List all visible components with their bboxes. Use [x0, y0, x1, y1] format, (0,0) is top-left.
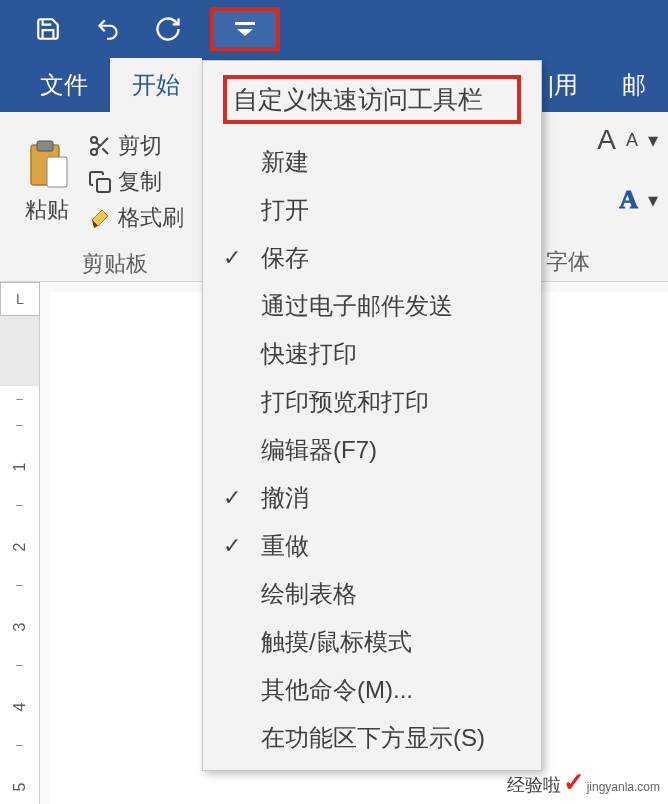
paste-button[interactable]: 粘贴	[8, 118, 86, 245]
menu-item-label: 其他命令(M)...	[261, 674, 525, 706]
copy-button[interactable]: 复制	[88, 167, 184, 197]
redo-button[interactable]	[150, 11, 186, 47]
scissors-icon	[88, 134, 112, 158]
menu-item-label: 打印预览和打印	[261, 386, 525, 418]
menu-item[interactable]: 触摸/鼠标模式	[203, 618, 541, 666]
svg-line-9	[96, 142, 100, 146]
clipboard-group-label: 剪贴板	[8, 245, 221, 279]
menu-item[interactable]: 其他命令(M)...	[203, 666, 541, 714]
menu-item[interactable]: ✓重做	[203, 522, 541, 570]
check-icon: ✓	[563, 767, 585, 798]
format-painter-label: 格式刷	[118, 203, 184, 233]
menu-item[interactable]: 在功能区下方显示(S)	[203, 714, 541, 762]
caret-down-icon[interactable]: ▾	[648, 128, 658, 152]
menu-item[interactable]: 打开	[203, 186, 541, 234]
qat-customize-menu: 自定义快速访问工具栏 新建打开✓保存通过电子邮件发送快速打印打印预览和打印编辑器…	[202, 60, 542, 771]
menu-item-label: 重做	[261, 530, 525, 562]
menu-item[interactable]: ✓保存	[203, 234, 541, 282]
clipboard-icon	[25, 139, 69, 191]
menu-item[interactable]: 通过电子邮件发送	[203, 282, 541, 330]
decrease-font-icon[interactable]: A	[626, 130, 638, 151]
paste-label: 粘贴	[25, 195, 69, 225]
format-painter-button[interactable]: 格式刷	[88, 203, 184, 233]
undo-button[interactable]	[90, 11, 126, 47]
menu-item-label: 在功能区下方显示(S)	[261, 722, 525, 754]
menu-item-label: 通过电子邮件发送	[261, 290, 525, 322]
menu-item[interactable]: 绘制表格	[203, 570, 541, 618]
svg-rect-0	[235, 22, 255, 25]
vertical-ruler[interactable]: – – 1 – 2 – 3 – 4 – 5 –	[0, 316, 40, 804]
quick-access-toolbar	[0, 0, 668, 58]
check-icon: ✓	[203, 485, 261, 511]
menu-item-label: 保存	[261, 242, 525, 274]
copy-label: 复制	[118, 167, 162, 197]
menu-item-label: 编辑器(F7)	[261, 434, 525, 466]
cut-label: 剪切	[118, 131, 162, 161]
svg-point-6	[91, 149, 97, 155]
text-effects-icon[interactable]: A	[619, 185, 638, 215]
tab-mailings-partial[interactable]: 邮	[600, 58, 668, 112]
cut-button[interactable]: 剪切	[88, 131, 184, 161]
menu-item-label: 触摸/鼠标模式	[261, 626, 525, 658]
save-button[interactable]	[30, 11, 66, 47]
svg-rect-4	[47, 157, 67, 187]
qat-customize-dropdown[interactable]	[210, 7, 280, 51]
paintbrush-icon	[88, 206, 112, 230]
svg-line-8	[102, 148, 108, 154]
menu-item[interactable]: 打印预览和打印	[203, 378, 541, 426]
menu-item-label: 绘制表格	[261, 578, 525, 610]
menu-item-label: 打开	[261, 194, 525, 226]
menu-item[interactable]: 快速打印	[203, 330, 541, 378]
check-icon: ✓	[203, 245, 261, 271]
caret-down-icon[interactable]: ▾	[648, 188, 658, 212]
menu-item-label: 撤消	[261, 482, 525, 514]
svg-rect-3	[37, 141, 53, 151]
increase-font-icon[interactable]: A	[597, 124, 616, 156]
menu-item[interactable]: 新建	[203, 138, 541, 186]
copy-icon	[88, 170, 112, 194]
tab-home[interactable]: 开始	[110, 58, 202, 112]
svg-marker-1	[237, 29, 253, 36]
svg-point-5	[91, 137, 97, 143]
menu-item[interactable]: 编辑器(F7)	[203, 426, 541, 474]
svg-rect-10	[97, 179, 110, 192]
watermark-url: jingyanla.com	[587, 780, 660, 794]
ruler-corner[interactable]: L	[0, 282, 40, 316]
watermark-text: 经验啦	[507, 773, 561, 797]
menu-item[interactable]: ✓撤消	[203, 474, 541, 522]
check-icon: ✓	[203, 533, 261, 559]
menu-item-label: 快速打印	[261, 338, 525, 370]
clipboard-group: 粘贴 剪切 复制 格式刷 剪贴板	[0, 112, 230, 281]
menu-item-label: 新建	[261, 146, 525, 178]
tab-file[interactable]: 文件	[18, 58, 110, 112]
watermark: 经验啦 ✓ jingyanla.com	[507, 767, 660, 798]
menu-title: 自定义快速访问工具栏	[223, 75, 521, 124]
